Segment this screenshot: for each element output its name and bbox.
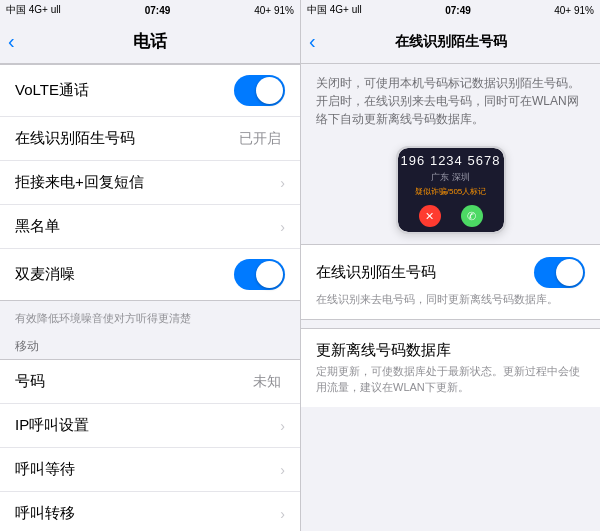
reject-item[interactable]: 拒接来电+回复短信 › — [0, 161, 300, 205]
dual-mic-label: 双麦消噪 — [15, 265, 234, 284]
caller-location: 广东 深圳 — [431, 171, 470, 184]
phone-mockup-inner: 196 1234 5678 广东 深圳 疑似诈骗/505人标记 ✕ ✆ — [398, 148, 504, 232]
ip-call-label: IP呼叫设置 — [15, 416, 280, 435]
right-nav-title: 在线识别陌生号码 — [395, 33, 507, 51]
update-title: 更新离线号码数据库 — [316, 341, 585, 360]
dual-mic-sub-text: 有效降低环境噪音使对方听得更清楚 — [0, 309, 300, 332]
call-transfer-item[interactable]: 呼叫转移 › — [0, 492, 300, 531]
caller-tag: 疑似诈骗/505人标记 — [415, 186, 487, 197]
call-waiting-chevron: › — [280, 462, 285, 478]
right-description: 关闭时，可使用本机号码标记数据识别陌生号码。开启时，在线识别来去电号码，同时可在… — [301, 64, 600, 136]
volte-label: VoLTE通话 — [15, 81, 234, 100]
left-status-left: 中国 4G+ ull — [6, 3, 61, 17]
update-section: 更新离线号码数据库 定期更新，可使数据库处于最新状态。更新过程中会使用流量，建议… — [301, 328, 600, 407]
right-nav-bar: ‹ 在线识别陌生号码 — [301, 20, 600, 64]
online-toggle-knob — [556, 259, 583, 286]
number-value: 未知 — [253, 373, 281, 391]
blacklist-item[interactable]: 黑名单 › — [0, 205, 300, 249]
left-settings-list: VoLTE通话 在线识别陌生号码 已开启 拒接来电+回复短信 › 黑名单 › — [0, 64, 300, 531]
ip-call-chevron: › — [280, 418, 285, 434]
call-waiting-label: 呼叫等待 — [15, 460, 280, 479]
call-waiting-item[interactable]: 呼叫等待 › — [0, 448, 300, 492]
number-item[interactable]: 号码 未知 — [0, 360, 300, 404]
right-status-right: 40+ 91% — [554, 5, 594, 16]
caller-number: 196 1234 5678 — [401, 153, 501, 168]
mobile-section-header: 移动 — [0, 332, 300, 359]
right-status-time: 07:49 — [445, 5, 471, 16]
left-status-bar: 中国 4G+ ull 07:49 40+ 91% — [0, 0, 300, 20]
volte-toggle[interactable] — [234, 75, 285, 106]
phone-mockup-container: 196 1234 5678 广东 深圳 疑似诈骗/505人标记 ✕ ✆ — [301, 136, 600, 244]
call-buttons: ✕ ✆ — [419, 205, 483, 227]
left-status-time: 07:49 — [145, 5, 171, 16]
reject-chevron: › — [280, 175, 285, 191]
call-transfer-label: 呼叫转移 — [15, 504, 280, 523]
reject-label: 拒接来电+回复短信 — [15, 173, 280, 192]
right-back-button[interactable]: ‹ — [309, 30, 316, 53]
reject-btn[interactable]: ✕ — [419, 205, 441, 227]
phone-mockup: 196 1234 5678 广东 深圳 疑似诈骗/505人标记 ✕ ✆ — [396, 146, 506, 234]
online-toggle[interactable] — [534, 257, 585, 288]
online-section-desc: 在线识别来去电号码，同时更新离线号码数据库。 — [316, 292, 585, 307]
blacklist-label: 黑名单 — [15, 217, 280, 236]
call-transfer-chevron: › — [280, 506, 285, 522]
blacklist-chevron: › — [280, 219, 285, 235]
volte-toggle-knob — [256, 77, 283, 104]
dual-mic-toggle-knob — [256, 261, 283, 288]
left-status-right: 40+ 91% — [254, 5, 294, 16]
online-identify-value: 已开启 — [239, 130, 281, 148]
right-panel: 中国 4G+ ull 07:49 40+ 91% ‹ 在线识别陌生号码 关闭时，… — [300, 0, 600, 531]
left-group-1: VoLTE通话 在线识别陌生号码 已开启 拒接来电+回复短信 › 黑名单 › — [0, 64, 300, 301]
dual-mic-toggle[interactable] — [234, 259, 285, 290]
answer-btn[interactable]: ✆ — [461, 205, 483, 227]
online-section: 在线识别陌生号码 在线识别来去电号码，同时更新离线号码数据库。 — [301, 244, 600, 320]
online-section-title: 在线识别陌生号码 — [316, 263, 436, 282]
left-back-button[interactable]: ‹ — [8, 30, 15, 53]
online-identify-item[interactable]: 在线识别陌生号码 已开启 — [0, 117, 300, 161]
left-group-2: 号码 未知 IP呼叫设置 › 呼叫等待 › 呼叫转移 › 呼叫限制 › — [0, 359, 300, 531]
ip-call-item[interactable]: IP呼叫设置 › — [0, 404, 300, 448]
volte-item[interactable]: VoLTE通话 — [0, 65, 300, 117]
right-status-bar: 中国 4G+ ull 07:49 40+ 91% — [301, 0, 600, 20]
number-label: 号码 — [15, 372, 253, 391]
dual-mic-item[interactable]: 双麦消噪 — [0, 249, 300, 300]
update-desc: 定期更新，可使数据库处于最新状态。更新过程中会使用流量，建议在WLAN下更新。 — [316, 364, 585, 395]
section-divider — [301, 320, 600, 328]
left-nav-title: 电话 — [133, 30, 167, 53]
online-section-header: 在线识别陌生号码 — [316, 257, 585, 288]
left-nav-bar: ‹ 电话 — [0, 20, 300, 64]
left-panel: 中国 4G+ ull 07:49 40+ 91% ‹ 电话 VoLTE通话 在线… — [0, 0, 300, 531]
right-status-left: 中国 4G+ ull — [307, 3, 362, 17]
online-identify-label: 在线识别陌生号码 — [15, 129, 239, 148]
